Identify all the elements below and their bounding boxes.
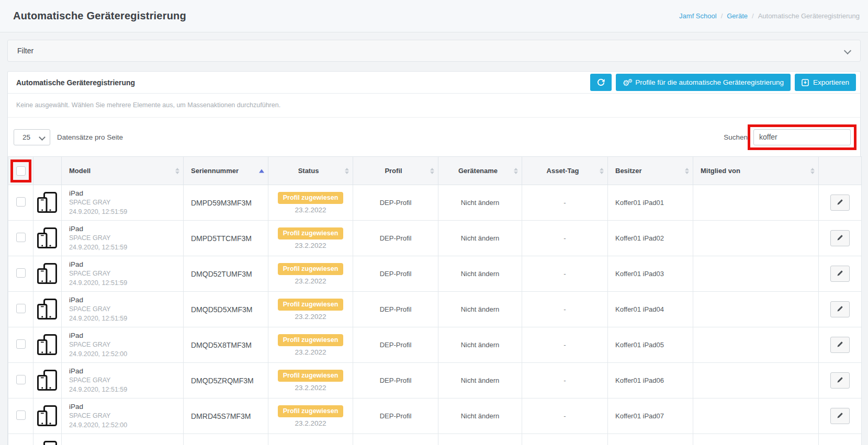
devicename-cell: Nicht ändern — [438, 292, 522, 327]
serial-number: DMQD5ZRQMF3M — [184, 363, 268, 398]
table-controls: 25 Datensätze pro Seite Suchen — [8, 118, 860, 156]
mobile-devices-icon — [33, 333, 61, 357]
memberof-cell — [693, 363, 819, 398]
devicename-cell: Nicht ändern — [438, 221, 522, 256]
device-model: iPad — [69, 295, 176, 305]
device-model: iPad — [69, 224, 176, 234]
table-body: iPad SPACE GRAY 24.9.2020, 12:51:59 DMPD… — [8, 185, 862, 445]
refresh-button[interactable] — [590, 74, 612, 91]
row-checkbox[interactable] — [16, 268, 26, 278]
owner-cell: Koffer01 iPad01 — [608, 185, 693, 221]
status-date: 23.2.2022 — [276, 348, 345, 356]
serial-number: DMQD5D5XMF3M — [184, 292, 268, 327]
export-button[interactable]: Exportieren — [795, 74, 856, 91]
memberof-cell — [693, 292, 819, 327]
column-header-mitglied-von[interactable]: Mitglied von — [693, 157, 819, 185]
refresh-icon — [597, 78, 605, 86]
device-enrolled: 24.9.2020, 12:52:00 — [69, 421, 176, 430]
column-header-seriennummer[interactable]: Seriennummer — [184, 157, 268, 185]
edit-button[interactable] — [830, 372, 850, 389]
devicename-cell: Nicht ändern — [438, 398, 522, 434]
device-color: SPACE GRAY — [69, 198, 176, 208]
table-row: iPad SPACE GRAY 24.9.2020, 12:52:00 DMQD… — [8, 327, 862, 363]
devicename-cell: Nicht ändern — [438, 256, 522, 292]
edit-button[interactable] — [830, 408, 850, 424]
mobile-devices-icon — [33, 404, 61, 428]
table-row: iPad SPACE GRAY 24.9.2020, 12:51:59 DMQD… — [8, 256, 862, 292]
column-header-asset-tag[interactable]: Asset-Tag — [522, 157, 608, 185]
serial-number: DMRD45S7MF3M — [184, 398, 268, 434]
column-header-modell[interactable]: Modell — [62, 157, 184, 185]
breadcrumb-jamf-school[interactable]: Jamf School — [679, 12, 717, 20]
owner-cell: Koffer01 iPad05 — [608, 327, 693, 363]
column-header-geraetename[interactable]: Gerätename — [438, 157, 522, 185]
memberof-cell — [693, 256, 819, 292]
device-color: SPACE GRAY — [69, 234, 176, 243]
device-color: SPACE GRAY — [69, 412, 176, 421]
profile-cell: DEP-Profil — [353, 327, 438, 363]
serial-number: DMPD59M3MF3M — [184, 185, 268, 221]
column-header-besitzer[interactable]: Besitzer — [608, 157, 693, 185]
edit-button[interactable] — [830, 230, 850, 246]
profile-cell: DEP-Profil — [353, 292, 438, 327]
pencil-icon — [837, 199, 843, 207]
filter-panel-header[interactable]: Filter — [7, 40, 861, 62]
pencil-icon — [837, 341, 843, 349]
device-enrollment-panel: Automatische Geräteregistrierung ⚙⚙ Prof… — [7, 71, 861, 445]
annotation-box-search — [748, 124, 856, 150]
row-checkbox[interactable] — [16, 233, 26, 242]
memberof-cell — [693, 185, 819, 221]
pencil-icon — [837, 270, 843, 278]
status-badge: Profil zugewiesen — [278, 334, 344, 346]
column-header-status[interactable]: Status — [268, 157, 353, 185]
table-row: iPad SPACE GRAY 24.9.2020, 12:52:00 DMRD… — [8, 398, 862, 434]
assettag-cell: - — [522, 398, 608, 434]
select-all-header-cell — [8, 157, 33, 185]
assettag-cell: - — [522, 363, 608, 398]
devicename-cell: Nicht ändern — [438, 327, 522, 363]
top-header: Automatische Geräteregistrierung Jamf Sc… — [0, 0, 868, 32]
mobile-devices-icon — [33, 440, 61, 445]
status-badge: Profil zugewiesen — [278, 263, 344, 275]
status-date: 23.2.2022 — [276, 277, 345, 285]
search-input[interactable] — [753, 129, 851, 145]
column-header-profil[interactable]: Profil — [353, 157, 438, 185]
edit-button[interactable] — [830, 266, 850, 282]
serial-number: DMQD5X8TMF3M — [184, 327, 268, 363]
dep-profiles-button[interactable]: ⚙⚙ Profile für die automatische Gerätere… — [616, 74, 791, 91]
pencil-icon — [837, 234, 843, 243]
pencil-icon — [837, 376, 843, 385]
edit-button[interactable] — [830, 301, 850, 317]
mobile-devices-icon — [33, 191, 61, 215]
breadcrumb-separator: / — [721, 12, 723, 20]
assettag-cell: - — [522, 292, 608, 327]
select-all-checkbox[interactable] — [16, 166, 26, 176]
owner-cell: Koffer01 iPad04 — [608, 292, 693, 327]
panel-title: Automatische Geräteregistrierung — [16, 78, 135, 87]
edit-button[interactable] — [830, 337, 850, 353]
row-checkbox[interactable] — [16, 304, 26, 313]
status-badge: Profil zugewiesen — [278, 405, 344, 417]
row-checkbox[interactable] — [16, 339, 26, 349]
status-badge: Profil zugewiesen — [278, 227, 344, 239]
profile-cell: DEP-Profil — [353, 363, 438, 398]
table-header-row: Modell Seriennummer Status Profil Geräte… — [8, 157, 862, 185]
chevron-down-icon[interactable] — [845, 48, 851, 54]
table-row: iPad SPACE GRAY 24.9.2020, 12:51:59 DMPD… — [8, 221, 862, 256]
page-size-select[interactable]: 25 — [14, 129, 50, 145]
row-checkbox[interactable] — [16, 375, 26, 384]
owner-cell — [608, 434, 693, 445]
sort-icon — [600, 168, 604, 174]
pencil-icon — [837, 412, 843, 420]
search-label: Suchen — [724, 133, 748, 141]
status-date: 23.2.2022 — [276, 384, 345, 392]
breadcrumb-geraete[interactable]: Geräte — [727, 12, 748, 20]
row-checkbox[interactable] — [16, 197, 26, 207]
edit-button[interactable] — [830, 195, 850, 211]
assettag-cell — [522, 434, 608, 445]
mobile-devices-icon — [33, 226, 61, 250]
row-checkbox[interactable] — [16, 410, 26, 420]
mobile-devices-icon — [33, 369, 61, 393]
devicename-cell — [438, 434, 522, 445]
serial-number: DMPD5TTCMF3M — [184, 221, 268, 256]
